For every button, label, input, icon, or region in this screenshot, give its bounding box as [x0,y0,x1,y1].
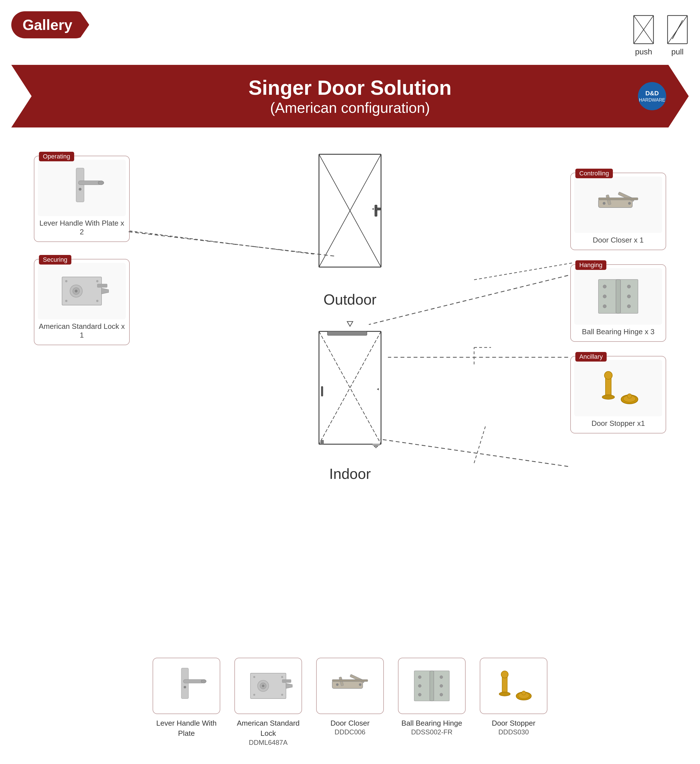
gallery-stopper-code: DDDS030 [498,728,529,736]
gallery-hinge-label: Ball Bearing Hinge [401,718,462,728]
securing-card: Securing [34,259,130,345]
controlling-badge: Controlling [575,169,613,178]
pull-label: pull [671,47,684,56]
svg-rect-48 [598,279,617,313]
svg-rect-96 [502,676,507,694]
svg-marker-16 [102,288,109,294]
svg-point-97 [501,671,508,678]
gallery-lever-icon [161,663,212,708]
outdoor-label: Outdoor [305,291,395,308]
svg-point-69 [201,679,206,683]
gallery-item-closer: Door Closer DDDC006 [316,658,384,747]
svg-point-86 [336,683,339,686]
ancillary-image [574,360,662,416]
outdoor-door-section: Outdoor [305,153,395,308]
right-panel: Controlling [570,172,666,434]
svg-point-94 [440,684,443,687]
dd-logo: D&D HARDWARE [638,82,666,110]
gallery-lock-code: DDML6487A [249,739,287,747]
svg-point-76 [262,685,265,687]
svg-point-95 [440,693,443,696]
gallery-label: Gallery [23,17,72,33]
svg-rect-28 [375,205,377,216]
left-panel: Operating Lever Handle With Plate x 2 [34,156,130,345]
gallery-stopper-icon [488,663,539,708]
gallery-closer-code: DDDC006 [335,728,365,736]
svg-rect-11 [76,168,84,202]
gallery-lever-label: Lever Handle With Plate [153,718,220,739]
header: Gallery push pull [11,11,689,56]
banner: Singer Door Solution (American configura… [11,65,689,127]
svg-rect-89 [430,671,434,701]
svg-point-56 [627,305,631,308]
svg-point-92 [418,693,421,696]
svg-rect-84 [332,679,368,682]
svg-point-46 [628,202,631,205]
svg-rect-57 [606,377,611,396]
svg-point-80 [281,694,283,696]
gallery-card-hinge [398,658,466,714]
svg-rect-35 [327,331,367,335]
svg-point-85 [359,683,362,686]
svg-rect-50 [616,279,620,313]
svg-point-70 [183,686,186,689]
outdoor-door-svg [305,153,395,288]
svg-rect-40 [373,444,380,446]
ancillary-badge: Ancillary [575,352,607,362]
down-arrow-icon [346,319,354,328]
page-wrapper: Gallery push pull [0,0,700,764]
svg-rect-39 [320,440,324,444]
svg-point-79 [281,676,283,678]
indoor-door-svg [305,330,395,462]
dd-logo-line1: D&D [645,90,659,97]
gallery-hinge-code: DDSS002-FR [411,728,453,736]
gallery-card-lever [153,658,220,714]
operating-image [38,160,126,216]
svg-point-21 [65,280,67,282]
pull-item: pull [666,14,689,56]
svg-point-22 [65,300,67,302]
securing-image [38,263,126,319]
gallery-card-closer [316,658,384,714]
svg-point-53 [603,305,606,308]
gallery-item-stopper: Door Stopper DDDS030 [480,658,547,747]
gallery-stopper-label: Door Stopper [492,718,536,728]
push-item: push [632,14,655,56]
svg-rect-45 [598,198,638,200]
svg-rect-36 [321,387,323,396]
svg-point-23 [96,280,99,282]
svg-rect-29 [375,208,381,210]
svg-point-52 [603,295,606,298]
svg-point-55 [627,295,631,298]
indoor-door-section: Indoor [305,319,395,482]
svg-point-62 [627,394,632,398]
operating-card: Operating Lever Handle With Plate x 2 [34,156,130,242]
svg-point-54 [627,285,631,288]
svg-rect-73 [282,679,291,683]
door-closer-icon [590,182,647,227]
gallery-closer-label: Door Closer [330,718,370,728]
svg-point-20 [75,290,78,293]
indoor-label: Indoor [305,465,395,482]
svg-point-24 [96,300,99,302]
svg-line-6 [114,229,316,254]
dd-logo-line2: HARDWARE [639,97,665,103]
operating-badge: Operating [39,152,74,161]
svg-point-101 [522,691,526,695]
bottom-gallery: Lever Handle With Plate American Sta [11,658,689,764]
push-pull-icons: push pull [632,14,689,56]
svg-rect-12 [78,181,101,185]
hanging-label: Ball Bearing Hinge x 3 [574,327,662,338]
svg-point-78 [253,694,255,696]
securing-badge: Securing [39,255,71,265]
gallery-item-lock: American Standard Lock DDML6487A [234,658,302,747]
svg-point-77 [253,676,255,678]
controlling-label: Door Closer x 1 [574,236,662,246]
svg-point-51 [603,285,606,288]
gallery-closer-icon [325,663,375,708]
svg-line-7 [474,263,573,280]
svg-rect-17 [97,284,107,287]
controlling-card: Controlling [570,172,666,250]
gallery-card-lock [234,658,302,714]
gallery-lock-icon [243,663,294,708]
